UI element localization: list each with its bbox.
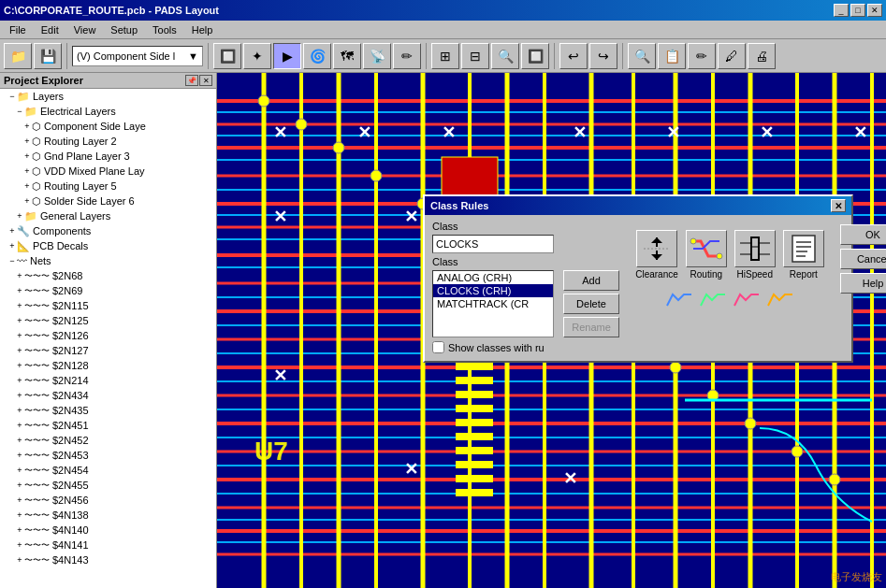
sidebar-close-btn[interactable]: ✕ bbox=[199, 75, 212, 86]
tree-item-2n453[interactable]: + 〜〜〜 $2N453 bbox=[0, 448, 216, 463]
tree-label-4n141: $4N141 bbox=[52, 539, 89, 551]
svg-text:✕: ✕ bbox=[357, 123, 371, 142]
tree-item-2n435[interactable]: + 〜〜〜 $2N435 bbox=[0, 403, 216, 418]
svg-point-101 bbox=[717, 253, 722, 259]
tool-6[interactable]: ✏ bbox=[393, 43, 421, 69]
menu-help[interactable]: Help bbox=[184, 22, 221, 37]
tree-item-2n454[interactable]: + 〜〜〜 $2N454 bbox=[0, 463, 216, 478]
sidebar-controls: 📌 ✕ bbox=[185, 75, 212, 86]
tree-item-pcb-decals[interactable]: + 📐 PCB Decals bbox=[0, 238, 216, 253]
tree-item-4n138[interactable]: + 〜〜〜 $4N138 bbox=[0, 508, 216, 523]
tree-item-layers[interactable]: − 📁 Layers bbox=[0, 89, 216, 104]
sidebar-pin-btn[interactable]: 📌 bbox=[185, 75, 198, 86]
tree-item-4n143[interactable]: + 〜〜〜 $4N143 bbox=[0, 552, 216, 567]
tree-item-2n115[interactable]: + 〜〜〜 $2N115 bbox=[0, 298, 216, 313]
tree-item-2n68[interactable]: + 〜〜〜 $2N68 bbox=[0, 268, 216, 283]
tree-item-2n455[interactable]: + 〜〜〜 $2N455 bbox=[0, 478, 216, 493]
svg-point-61 bbox=[670, 362, 681, 373]
menu-view[interactable]: View bbox=[66, 22, 104, 37]
tool-15[interactable]: 🖊 bbox=[718, 43, 746, 69]
tree-item-2n452[interactable]: + 〜〜〜 $2N452 bbox=[0, 433, 216, 448]
tool-10[interactable]: ↩ bbox=[559, 43, 588, 69]
tool-8[interactable]: ⊟ bbox=[461, 43, 489, 69]
expand-icon: + bbox=[22, 151, 32, 161]
tool-9[interactable]: 🔲 bbox=[521, 43, 549, 69]
report-icon-btn[interactable] bbox=[783, 230, 824, 267]
help-button[interactable]: Help bbox=[840, 273, 886, 294]
tree-item-2n126[interactable]: + 〜〜〜 $2N126 bbox=[0, 328, 216, 343]
expand-icon: − bbox=[15, 107, 24, 116]
routing-icon-btn[interactable] bbox=[686, 230, 727, 267]
class-listbox[interactable]: ANALOG (CRH) CLOCKS (CRH) MATCHTRACK (CR bbox=[432, 270, 554, 337]
ok-button[interactable]: OK bbox=[840, 224, 886, 245]
tool-12[interactable]: 🔍 bbox=[628, 43, 656, 69]
tree-item-electrical[interactable]: − 📁 Electrical Layers bbox=[0, 104, 216, 119]
tree-item-2n456[interactable]: + 〜〜〜 $2N456 bbox=[0, 493, 216, 508]
tree-item-solder[interactable]: + ⬡ Solder Side Layer 6 bbox=[0, 194, 216, 208]
svg-rect-108 bbox=[792, 236, 815, 262]
tree-item-2n69[interactable]: + 〜〜〜 $2N69 bbox=[0, 283, 216, 298]
tree-item-2n434[interactable]: + 〜〜〜 $2N434 bbox=[0, 388, 216, 403]
dialog-close-button[interactable]: ✕ bbox=[831, 199, 846, 212]
minimize-button[interactable]: _ bbox=[834, 4, 849, 17]
tool-4[interactable]: 🗺 bbox=[333, 43, 361, 69]
menu-edit[interactable]: Edit bbox=[34, 22, 66, 37]
tree-item-4n140[interactable]: + 〜〜〜 $4N140 bbox=[0, 523, 216, 538]
tree-item-components[interactable]: + 🔧 Components bbox=[0, 223, 216, 238]
sidebar-header: Project Explorer 📌 ✕ bbox=[0, 73, 216, 89]
expand-icon: + bbox=[22, 122, 32, 131]
clearance-icon-btn[interactable] bbox=[636, 230, 677, 267]
maximize-button[interactable]: □ bbox=[850, 4, 865, 17]
open-button[interactable]: 📁 bbox=[4, 43, 32, 69]
tool-1[interactable]: 🔲 bbox=[213, 43, 241, 69]
show-classes-checkbox[interactable] bbox=[432, 341, 444, 353]
expand-icon: + bbox=[15, 211, 24, 221]
tool-11[interactable]: ↪ bbox=[589, 43, 617, 69]
tree-item-2n214[interactable]: + 〜〜〜 $2N214 bbox=[0, 373, 216, 388]
menu-setup[interactable]: Setup bbox=[103, 22, 145, 37]
tree-item-gnd[interactable]: + ⬡ Gnd Plane Layer 3 bbox=[0, 149, 216, 164]
tree-label-4n138: $4N138 bbox=[52, 509, 89, 521]
show-classes-checkbox-label[interactable]: Show classes with ru bbox=[432, 341, 545, 353]
tool-13[interactable]: 📋 bbox=[658, 43, 686, 69]
listbox-item-analog[interactable]: ANALOG (CRH) bbox=[433, 271, 553, 284]
tree-item-comp-side[interactable]: + ⬡ Component Side Laye bbox=[0, 119, 216, 134]
tree-item-routing5[interactable]: + ⬡ Routing Layer 5 bbox=[0, 179, 216, 194]
tool-16[interactable]: 🖨 bbox=[748, 43, 776, 69]
menu-file[interactable]: File bbox=[2, 22, 34, 37]
svg-rect-84 bbox=[456, 391, 493, 398]
tool-pointer[interactable]: ▶ bbox=[273, 43, 301, 69]
tool-14[interactable]: ✏ bbox=[688, 43, 716, 69]
rename-button[interactable]: Rename bbox=[563, 317, 619, 337]
tool-3[interactable]: 🌀 bbox=[303, 43, 331, 69]
close-button[interactable]: ✕ bbox=[867, 4, 882, 17]
tree-item-vdd[interactable]: + ⬡ VDD Mixed Plane Lay bbox=[0, 164, 216, 179]
tool-7[interactable]: ⊞ bbox=[431, 43, 459, 69]
listbox-item-clocks[interactable]: CLOCKS (CRH) bbox=[433, 284, 553, 297]
save-button[interactable]: 💾 bbox=[34, 43, 62, 69]
tree-item-2n128[interactable]: + 〜〜〜 $2N128 bbox=[0, 358, 216, 373]
tree-item-2n127[interactable]: + 〜〜〜 $2N127 bbox=[0, 343, 216, 358]
add-button[interactable]: Add bbox=[563, 270, 619, 291]
tree-item-2n125[interactable]: + 〜〜〜 $2N125 bbox=[0, 313, 216, 328]
class-input[interactable] bbox=[432, 235, 554, 253]
delete-button[interactable]: Delete bbox=[563, 294, 619, 314]
tree-item-4n141[interactable]: + 〜〜〜 $4N141 bbox=[0, 538, 216, 552]
tree-label-2n435: $2N435 bbox=[52, 405, 89, 416]
tree-item-general[interactable]: + 📁 General Layers bbox=[0, 208, 216, 223]
menu-tools[interactable]: Tools bbox=[145, 22, 184, 37]
tree-item-routing2[interactable]: + ⬡ Routing Layer 2 bbox=[0, 134, 216, 149]
layer-dropdown[interactable]: (V) Component Side l ▼ bbox=[72, 46, 203, 66]
tree-label-2n455: $2N455 bbox=[52, 480, 89, 491]
tree-item-nets[interactable]: − 〰 Nets bbox=[0, 253, 216, 268]
pcb-canvas[interactable]: ✕ ✕ ✕ ✕ ✕ ✕ ✕ ✕ ✕ ✕ ✕ ✕ ✕ ✕ bbox=[217, 73, 886, 588]
svg-text:✕: ✕ bbox=[404, 208, 418, 226]
tool-5[interactable]: 📡 bbox=[363, 43, 391, 69]
hispeed-icon-btn[interactable] bbox=[734, 230, 776, 267]
tool-2[interactable]: ✦ bbox=[243, 43, 271, 69]
tree-item-2n451[interactable]: + 〜〜〜 $2N451 bbox=[0, 418, 216, 433]
svg-point-65 bbox=[829, 474, 840, 485]
cancel-button[interactable]: Cancel bbox=[840, 249, 886, 269]
tool-zoom[interactable]: 🔍 bbox=[491, 43, 519, 69]
listbox-item-matchtrack[interactable]: MATCHTRACK (CR bbox=[433, 297, 553, 310]
